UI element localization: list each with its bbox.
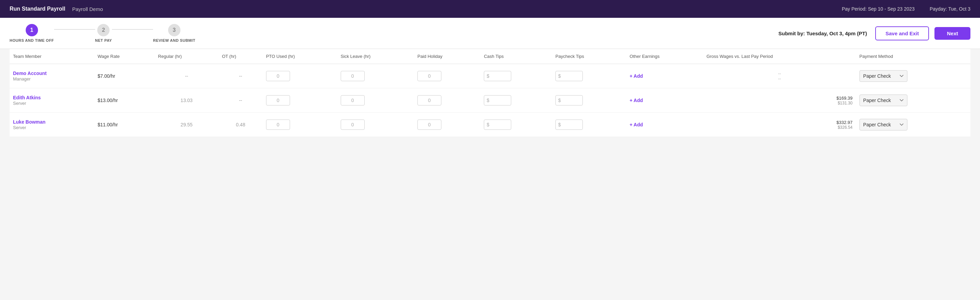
paycheck-tips-symbol: $ (558, 122, 561, 128)
payday: Payday: Tue, Oct 3 (930, 6, 970, 12)
step-bar: 1 HOURS AND TIME OFF 2 NET PAY 3 REVIEW … (0, 18, 980, 49)
table-wrapper: Team Member Wage Rate Regular (hr) OT (h… (0, 49, 980, 147)
cell-paycheck-tips[interactable]: $ (552, 88, 626, 113)
add-other-earnings-link[interactable]: + Add (630, 73, 643, 79)
cell-wage-rate: $13.00/hr (94, 88, 155, 113)
cell-other-earnings[interactable]: + Add (626, 88, 703, 113)
cell-paycheck-tips[interactable]: $ (552, 113, 626, 137)
cell-cash-tips[interactable]: $ (480, 113, 552, 137)
payment-method-select[interactable]: Paper CheckDirect DepositManual Check (859, 94, 907, 106)
member-role: Manager (13, 77, 30, 81)
payment-method-select[interactable]: Paper CheckDirect DepositManual Check (859, 70, 907, 82)
step-2-label: NET PAY (95, 38, 112, 43)
submit-by-text: Submit by: Tuesday, Oct 3, 4pm (PT) (778, 30, 867, 36)
pto-input[interactable] (266, 71, 290, 81)
next-button[interactable]: Next (934, 27, 970, 40)
paid-holiday-input[interactable] (417, 120, 441, 130)
add-other-earnings-link[interactable]: + Add (630, 97, 643, 103)
gross-sub: $326.54 (706, 125, 853, 130)
step-3: 3 REVIEW AND SUBMIT (153, 24, 196, 43)
cell-cash-tips[interactable]: $ (480, 64, 552, 88)
step-2-circle: 2 (97, 24, 110, 36)
cash-tips-symbol: $ (487, 97, 489, 103)
steps-group: 1 HOURS AND TIME OFF 2 NET PAY 3 REVIEW … (10, 24, 196, 43)
step-1: 1 HOURS AND TIME OFF (10, 24, 54, 43)
step-3-label: REVIEW AND SUBMIT (153, 38, 196, 43)
cell-ot: -- (218, 64, 262, 88)
table-body: Demo AccountManager$7.00/hr----$$+ Add--… (10, 64, 970, 137)
save-exit-button[interactable]: Save and Exit (875, 26, 929, 40)
member-role: Server (13, 125, 26, 130)
step-connector-2 (112, 29, 153, 30)
table-row: Edith AtkinsServer$13.00/hr13.03--$$+ Ad… (10, 88, 970, 113)
step-connector-1 (54, 29, 95, 30)
col-paid-holiday: Paid Holiday (414, 49, 480, 64)
cell-gross-wages: $169.39$131.30 (703, 88, 856, 113)
cell-paid-holiday[interactable] (414, 88, 480, 113)
step-1-label: HOURS AND TIME OFF (10, 38, 54, 43)
cell-other-earnings[interactable]: + Add (626, 113, 703, 137)
add-other-earnings-link[interactable]: + Add (630, 122, 643, 128)
top-bar: Run Standard Payroll Payroll Demo Pay Pe… (0, 0, 980, 18)
table-row: Luke BowmanServer$11.00/hr29.550.48$$+ A… (10, 113, 970, 137)
cell-sick-leave[interactable] (337, 88, 414, 113)
cell-paid-holiday[interactable] (414, 64, 480, 88)
cell-regular: -- (155, 64, 219, 88)
pto-input[interactable] (266, 95, 290, 105)
member-name[interactable]: Edith Atkins (13, 95, 91, 101)
member-name[interactable]: Luke Bowman (13, 119, 91, 124)
gross-dash: ---- (706, 71, 853, 81)
col-payment-method: Payment Method (856, 49, 970, 64)
app-title: Run Standard Payroll (10, 6, 65, 12)
sick-leave-input[interactable] (341, 120, 365, 130)
demo-label: Payroll Demo (72, 6, 103, 12)
col-ot-hr: OT (hr) (218, 49, 262, 64)
cash-tips-symbol: $ (487, 73, 489, 79)
cell-team-member: Edith AtkinsServer (10, 88, 94, 113)
member-name[interactable]: Demo Account (13, 70, 91, 76)
step-bar-right: Submit by: Tuesday, Oct 3, 4pm (PT) Save… (778, 26, 970, 40)
col-team-member: Team Member (10, 49, 94, 64)
table-row: Demo AccountManager$7.00/hr----$$+ Add--… (10, 64, 970, 88)
cell-pto[interactable] (262, 64, 337, 88)
cell-sick-leave[interactable] (337, 113, 414, 137)
cell-other-earnings[interactable]: + Add (626, 64, 703, 88)
cell-regular: 13.03 (155, 88, 219, 113)
cell-payment-method[interactable]: Paper CheckDirect DepositManual Check (856, 88, 970, 113)
cell-sick-leave[interactable] (337, 64, 414, 88)
col-wage-rate: Wage Rate (94, 49, 155, 64)
cell-payment-method[interactable]: Paper CheckDirect DepositManual Check (856, 113, 970, 137)
sick-leave-input[interactable] (341, 71, 365, 81)
cell-paycheck-tips[interactable]: $ (552, 64, 626, 88)
cell-payment-method[interactable]: Paper CheckDirect DepositManual Check (856, 64, 970, 88)
step-2: 2 NET PAY (95, 24, 112, 43)
paycheck-tips-symbol: $ (558, 97, 561, 103)
step-1-circle: 1 (26, 24, 38, 36)
cell-regular: 29.55 (155, 113, 219, 137)
paycheck-tips-symbol: $ (558, 73, 561, 79)
paid-holiday-input[interactable] (417, 95, 441, 105)
pto-input[interactable] (266, 120, 290, 130)
col-other-earnings: Other Earnings (626, 49, 703, 64)
cell-gross-wages: $332.97$326.54 (703, 113, 856, 137)
col-pto-used: PTO Used (hr) (262, 49, 337, 64)
cell-pto[interactable] (262, 113, 337, 137)
payment-method-select[interactable]: Paper CheckDirect DepositManual Check (859, 119, 907, 131)
col-regular-hr: Regular (hr) (155, 49, 219, 64)
cell-ot: -- (218, 88, 262, 113)
cash-tips-symbol: $ (487, 122, 489, 128)
cell-paid-holiday[interactable] (414, 113, 480, 137)
member-role: Server (13, 101, 26, 106)
cell-ot: 0.48 (218, 113, 262, 137)
cell-cash-tips[interactable]: $ (480, 88, 552, 113)
col-gross-wages: Gross Wages vs. Last Pay Period (703, 49, 856, 64)
cell-pto[interactable] (262, 88, 337, 113)
gross-main: $332.97 (706, 120, 853, 125)
col-paycheck-tips: Paycheck Tips (552, 49, 626, 64)
pay-period: Pay Period: Sep 10 - Sep 23 2023 (842, 6, 914, 12)
col-cash-tips: Cash Tips (480, 49, 552, 64)
col-sick-leave: Sick Leave (hr) (337, 49, 414, 64)
paid-holiday-input[interactable] (417, 71, 441, 81)
gross-main: $169.39 (706, 96, 853, 101)
sick-leave-input[interactable] (341, 95, 365, 105)
